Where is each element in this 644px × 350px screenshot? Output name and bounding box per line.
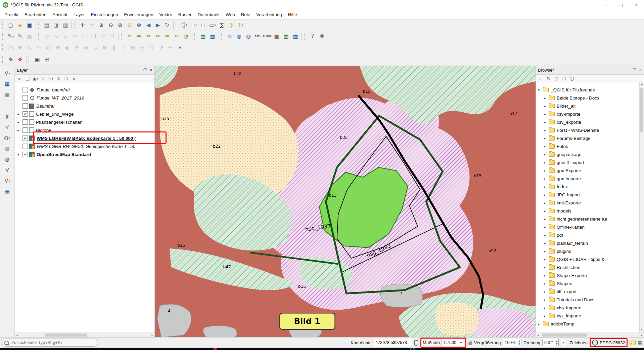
- add-wms-layer-button[interactable]: ◍▾: [3, 133, 12, 142]
- scroll-left-icon[interactable]: ◂: [536, 334, 540, 337]
- menu-vektor[interactable]: Vektor: [156, 10, 175, 19]
- extents-toggle-icon[interactable]: [414, 340, 418, 346]
- layer-panel-close-button[interactable]: ✕: [149, 68, 152, 72]
- zoom-out-button[interactable]: ⊖: [106, 21, 115, 30]
- spin-down-icon[interactable]: ▼: [555, 342, 559, 345]
- browser-item-beide-biotope-docs[interactable]: ▸Beide Biotope - Docs: [536, 94, 640, 102]
- manage-map-themes-dropdown-icon[interactable]: ▾: [37, 77, 38, 80]
- zoom-next-button[interactable]: ▶: [153, 21, 162, 30]
- menu-web[interactable]: Web: [223, 10, 238, 19]
- browser-item-csv-exporte[interactable]: ▸csv_exporte: [536, 118, 640, 126]
- filter-by-expression-dropdown-icon[interactable]: ▾: [52, 77, 53, 80]
- add-group-button[interactable]: ❏: [24, 75, 31, 82]
- add-delimited-text-layer-button[interactable]: ,: [3, 101, 12, 110]
- locator-searchbox[interactable]: [2, 339, 98, 347]
- browser-item-jpg-import[interactable]: ▸JPG-Import: [536, 191, 640, 199]
- add-arcgis-rest-layer-button[interactable]: ◍: [3, 144, 12, 153]
- identify-features-button[interactable]: ⓘ: [180, 21, 189, 30]
- collapse-all-button[interactable]: ⊟: [63, 75, 70, 82]
- label-rotate-button[interactable]: ab: [163, 32, 172, 41]
- pan-map-button[interactable]: ✛: [78, 21, 87, 30]
- browser-item-bilder-alt[interactable]: ▸Bilder_alt: [536, 102, 640, 110]
- expander-icon[interactable]: ▸: [544, 314, 549, 318]
- zoom-full-extent-button[interactable]: ⊛: [116, 21, 125, 30]
- filter-legend-button[interactable]: ▽: [40, 75, 46, 82]
- filter-browser-button[interactable]: ▽: [553, 75, 560, 82]
- layer-item-pflanzengesellschaften[interactable]: ▸Pflanzengesellschaften: [15, 118, 154, 126]
- metasearch-button[interactable]: ◍: [235, 32, 243, 41]
- browser-item-index[interactable]: ▸Index: [536, 183, 640, 191]
- expander-icon[interactable]: ▸: [544, 266, 549, 269]
- magnifier-spinbox[interactable]: 100% ▲▼: [503, 339, 521, 346]
- toolbar-grip[interactable]: [221, 33, 224, 40]
- expander-icon[interactable]: ▸: [544, 185, 549, 189]
- browser-item-qgis-für-pilzfreunde[interactable]: ▾_QGIS für Pilzfreunde: [536, 86, 640, 94]
- expander-icon[interactable]: ▸: [17, 128, 22, 132]
- layout-manager-button[interactable]: ▥: [61, 21, 70, 30]
- layer-checkbox[interactable]: [22, 111, 28, 117]
- layer-checkbox[interactable]: [22, 95, 28, 101]
- browser-item-tutorials-und-docs[interactable]: ▸Tutorials und Docs: [536, 296, 640, 304]
- layer-checkbox[interactable]: [22, 127, 28, 133]
- screenshot-tool-button[interactable]: ▣: [33, 55, 42, 64]
- label-properties-button[interactable]: ab: [172, 32, 181, 41]
- open-layer-styling-button[interactable]: ✏: [16, 75, 23, 82]
- layer-panel-float-button[interactable]: ❐: [143, 68, 147, 72]
- menu-raster[interactable]: Raster: [175, 10, 195, 19]
- expander-icon[interactable]: ▸: [544, 233, 549, 237]
- messages-icon[interactable]: [630, 341, 636, 345]
- menu-erweiterungen[interactable]: Erweiterungen: [121, 10, 156, 19]
- lock-scale-icon[interactable]: [468, 342, 472, 345]
- render-checkbox[interactable]: [561, 340, 566, 345]
- advanced-more-button[interactable]: ▾: [176, 43, 184, 52]
- expand-all-button[interactable]: ⊞: [55, 75, 62, 82]
- zoom-to-selection-button[interactable]: ⊙: [125, 21, 134, 30]
- layer-item-wms-lgrb-bw-gk50-geologische-karte-1-50[interactable]: WMS LGRB-BW GK50: Geologische Karte 1 : …: [15, 142, 154, 150]
- expander-icon[interactable]: ▸: [544, 298, 549, 302]
- toolbar-grip[interactable]: [2, 56, 5, 63]
- toolbar-grip[interactable]: [304, 33, 307, 40]
- browser-item-gpx-importe[interactable]: ▸gpx-Importe: [536, 174, 640, 183]
- attribute-grid-blue-button[interactable]: ▦: [291, 32, 300, 41]
- menu-datenbank[interactable]: Datenbank: [195, 10, 223, 19]
- map-tips-button[interactable]: ❯: [227, 21, 236, 30]
- current-edits-button[interactable]: ✎▾: [6, 32, 15, 41]
- filter-by-expression-button[interactable]: ▽▾: [47, 75, 54, 82]
- plugin-export-button[interactable]: ❖: [16, 55, 25, 64]
- browser-item-planlauf-terrain[interactable]: ▸planlauf_terrain: [536, 239, 640, 247]
- expander-icon[interactable]: ▸: [544, 177, 549, 181]
- expander-icon[interactable]: ▸: [544, 96, 549, 100]
- georeferencer-button[interactable]: ⊞: [42, 55, 51, 64]
- expander-icon[interactable]: ▾: [538, 88, 543, 92]
- rotation-spinbox[interactable]: 0,0 ° ▲▼: [542, 339, 559, 346]
- layer-item-gebiet-und-wege[interactable]: ▸Gebiet_und_Wege: [15, 110, 154, 118]
- layer-checkbox[interactable]: [22, 152, 28, 157]
- close-button[interactable]: ✕: [629, 0, 644, 10]
- expander-icon[interactable]: ▸: [544, 282, 549, 285]
- menu-bearbeiten[interactable]: Bearbeiten: [21, 10, 49, 19]
- toolbar-grip[interactable]: [29, 56, 32, 63]
- select-features-dropdown-icon[interactable]: ▾: [195, 24, 197, 27]
- layer-checkbox[interactable]: [22, 144, 28, 149]
- text-annotation-button[interactable]: T▾: [236, 21, 245, 30]
- layer-checkbox[interactable]: [22, 119, 28, 125]
- manage-map-themes-button[interactable]: ◉▾: [32, 75, 39, 82]
- expander-icon[interactable]: ▸: [538, 322, 543, 326]
- select-features-button[interactable]: ◻▾: [189, 21, 198, 30]
- expander-icon[interactable]: ▾: [17, 153, 22, 156]
- browser-item-gpx-exporte[interactable]: ▸gpx-Exporte: [536, 166, 640, 174]
- browser-vscrollbar[interactable]: ▴ ▾: [639, 82, 644, 333]
- pan-to-selection-button[interactable]: ✛: [88, 21, 96, 30]
- browser-item-geopackage[interactable]: ▸geopackage: [536, 150, 640, 158]
- scroll-left-icon[interactable]: ◂: [15, 334, 19, 337]
- add-virtual-layer-button[interactable]: ▦: [3, 187, 12, 196]
- browser-item-adobetemp[interactable]: ▸adobeTemp: [536, 320, 640, 328]
- browser-hscrollbar[interactable]: ◂ ▸: [536, 333, 644, 337]
- add-postgis-layers-button[interactable]: ◗: [3, 112, 12, 121]
- layer-item-baumfrei[interactable]: Baumfrei: [15, 102, 154, 110]
- menu-layer[interactable]: Layer: [71, 10, 88, 19]
- expander-icon[interactable]: ▸: [544, 161, 549, 164]
- text-annotation-dropdown-icon[interactable]: ▾: [242, 24, 243, 27]
- crosshair-button[interactable]: ✚: [318, 32, 326, 41]
- plugin-import-button[interactable]: ❖: [6, 55, 15, 64]
